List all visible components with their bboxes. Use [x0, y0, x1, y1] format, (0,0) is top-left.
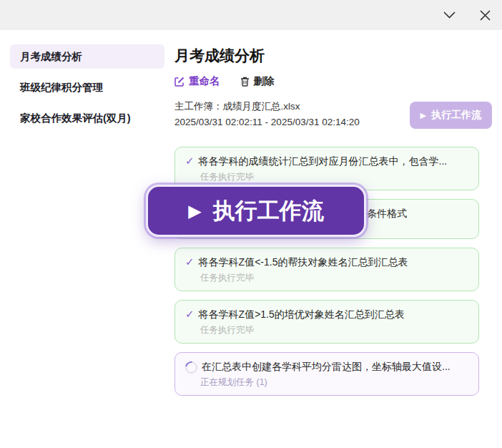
run-workflow-label: 执行工作流	[431, 109, 481, 122]
close-icon[interactable]	[478, 8, 492, 22]
task-title: 将各学科的成绩统计汇总到对应月份汇总表中，包含学...	[199, 154, 448, 168]
play-icon: ▶	[420, 112, 426, 120]
workbook-line: 主工作簿：成绩月度汇总.xlsx	[174, 99, 360, 115]
page-title: 月考成绩分析	[174, 46, 492, 66]
spinner-icon	[183, 359, 200, 376]
sidebar-item-home-school-eval[interactable]: 家校合作效果评估(双月)	[10, 106, 164, 130]
sidebar-item-label: 家校合作效果评估(双月)	[20, 112, 131, 125]
task-title: 在汇总表中创建各学科平均分雷达图，坐标轴最大值设...	[202, 359, 451, 374]
task-status: 任务执行完毕	[200, 171, 468, 183]
edit-icon	[174, 77, 184, 87]
task-card-3[interactable]: ✓ 将各学科Z值<-1.5的帮扶对象姓名汇总到汇总表 任务执行完毕	[174, 248, 479, 291]
check-icon: ✓	[185, 307, 195, 321]
run-workflow-magnified-label: 执行工作流	[213, 196, 324, 226]
delete-label: 删除	[254, 74, 275, 88]
sidebar-item-label: 班级纪律积分管理	[20, 81, 103, 94]
task-card-5[interactable]: 在汇总表中创建各学科平均分雷达图，坐标轴最大值设... 正在规划任务 (1)	[174, 352, 479, 396]
sidebar-item-label: 月考成绩分析	[20, 50, 82, 64]
check-icon: ✓	[185, 255, 195, 269]
trash-icon	[240, 77, 250, 87]
meta-row: 主工作簿：成绩月度汇总.xlsx 2025/03/31 02:02:11 - 2…	[174, 99, 492, 130]
check-icon: ✓	[185, 154, 195, 168]
time-range: 2025/03/31 02:02:11 - 2025/03/31 02:14:2…	[174, 115, 360, 130]
task-status: 正在规划任务 (1)	[200, 376, 468, 389]
chevron-down-icon[interactable]	[442, 8, 456, 22]
meta-info: 主工作簿：成绩月度汇总.xlsx 2025/03/31 02:02:11 - 2…	[174, 99, 360, 130]
rename-button[interactable]: 重命名	[174, 74, 220, 88]
task-status: 任务执行完毕	[200, 324, 468, 336]
sidebar-item-discipline-points[interactable]: 班级纪律积分管理	[10, 75, 164, 99]
task-status: 任务执行完毕	[200, 272, 468, 284]
play-icon: ▶	[188, 203, 201, 220]
run-workflow-magnified-button[interactable]: ▶ 执行工作流	[146, 185, 366, 237]
action-row: 重命名 删除	[174, 74, 492, 88]
delete-button[interactable]: 删除	[240, 74, 275, 88]
task-card-4[interactable]: ✓ 将各学科Z值>1.5的培优对象姓名汇总到汇总表 任务执行完毕	[174, 300, 479, 344]
rename-label: 重命名	[189, 74, 220, 88]
sidebar-item-monthly-score-analysis[interactable]: 月考成绩分析	[10, 44, 164, 69]
titlebar	[0, 0, 502, 30]
task-title: 将各学科Z值<-1.5的帮扶对象姓名汇总到汇总表	[199, 255, 408, 269]
run-workflow-button[interactable]: ▶ 执行工作流	[410, 102, 492, 129]
task-title: 将各学科Z值>1.5的培优对象姓名汇总到汇总表	[199, 307, 405, 321]
